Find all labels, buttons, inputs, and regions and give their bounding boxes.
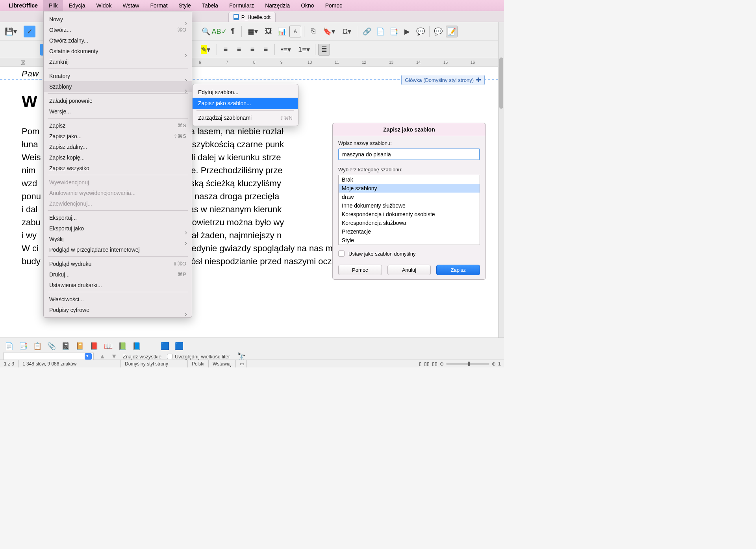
- menu-pomoc[interactable]: Pomoc: [320, 0, 348, 11]
- nav-icon-5[interactable]: 📓: [60, 340, 72, 352]
- menu-item[interactable]: Zapisz⌘S: [44, 120, 192, 131]
- category-item[interactable]: Korespondencja służbowa: [339, 219, 480, 227]
- submenu-item[interactable]: Zapisz jako szablon...: [193, 98, 298, 109]
- menu-style[interactable]: Style: [173, 0, 196, 11]
- menu-item[interactable]: Zapisz kopię...: [44, 152, 192, 163]
- number-list-button[interactable]: 1≡▾: [296, 44, 312, 56]
- category-item[interactable]: Inne dokumenty służbowe: [339, 201, 480, 210]
- view-book-icon[interactable]: ▯▯: [432, 361, 437, 367]
- nav-icon-8[interactable]: 📖: [102, 340, 114, 352]
- status-selection-mode[interactable]: ▭: [236, 360, 247, 368]
- category-item[interactable]: draw: [339, 193, 480, 201]
- menu-item[interactable]: Ostatnie dokumenty: [44, 46, 192, 56]
- menu-format[interactable]: Format: [145, 0, 173, 11]
- insert-image-button[interactable]: 🖼: [263, 26, 274, 37]
- insert-textbox-button[interactable]: A: [289, 26, 301, 37]
- menu-item[interactable]: Eksportuj jako: [44, 223, 192, 234]
- insert-comment-button[interactable]: 💬: [415, 26, 426, 37]
- nav-icon-4[interactable]: 📎: [46, 340, 57, 352]
- find-prev-icon[interactable]: ▲: [99, 353, 106, 360]
- insert-specialchar-button[interactable]: Ω▾: [339, 26, 355, 37]
- help-button[interactable]: Pomoc: [338, 265, 382, 275]
- nav-icon-color1[interactable]: 🟦: [159, 340, 171, 352]
- insert-hyperlink-button[interactable]: 🔗: [361, 26, 373, 37]
- cancel-button[interactable]: Anuluj: [387, 265, 431, 275]
- menu-item[interactable]: Zapisz zdalny...: [44, 141, 192, 152]
- view-single-icon[interactable]: ▯: [419, 361, 422, 367]
- menu-narzędzia[interactable]: Narzędzia: [259, 0, 295, 11]
- menu-item[interactable]: Wersje...: [44, 106, 192, 117]
- nav-icon-2[interactable]: 📑: [17, 340, 29, 352]
- menu-edycja[interactable]: Edycja: [63, 0, 91, 11]
- menu-item[interactable]: Drukuj...⌘P: [44, 269, 192, 280]
- menu-item[interactable]: Otwórz...⌘O: [44, 24, 192, 35]
- find-next-icon[interactable]: ▼: [111, 353, 117, 360]
- find-replace-icon[interactable]: 🔍: [200, 26, 212, 37]
- menu-item[interactable]: Podpisy cyfrowe: [44, 304, 192, 315]
- menu-okno[interactable]: Okno: [295, 0, 319, 11]
- menu-wstaw[interactable]: Wstaw: [117, 0, 145, 11]
- menu-widok[interactable]: Widok: [91, 0, 117, 11]
- vertical-scrollbar[interactable]: [498, 22, 504, 350]
- template-category-list[interactable]: BrakMoje szablonydrawInne dokumenty służ…: [338, 175, 480, 245]
- zoom-out-icon[interactable]: ⊖: [440, 361, 444, 367]
- status-style[interactable]: Domyślny styl strony: [121, 360, 188, 368]
- menu-plik[interactable]: Plik: [43, 0, 63, 11]
- menu-item[interactable]: Ustawienia drukarki...: [44, 280, 192, 290]
- menu-item[interactable]: Nowy: [44, 14, 192, 24]
- nav-icon-3[interactable]: 📋: [32, 340, 43, 352]
- status-lang[interactable]: Polski: [188, 360, 209, 368]
- set-default-checkbox[interactable]: [338, 250, 345, 257]
- align-right-button[interactable]: ≡: [246, 44, 258, 56]
- menu-item[interactable]: Eksportuj...: [44, 212, 192, 223]
- match-case-checkbox[interactable]: [167, 354, 172, 359]
- menu-item[interactable]: Zapisz jako...⇧⌘S: [44, 131, 192, 141]
- menu-item[interactable]: Wyślij: [44, 234, 192, 244]
- category-item[interactable]: Brak: [339, 175, 480, 184]
- template-name-input[interactable]: [338, 148, 480, 160]
- zoom-slider[interactable]: [446, 363, 489, 365]
- insert-table-button[interactable]: ▦▾: [245, 26, 261, 37]
- menu-item[interactable]: Załaduj ponownie: [44, 95, 192, 106]
- outline-button[interactable]: ≣: [318, 44, 330, 56]
- spellcheck-icon[interactable]: AB✓: [213, 26, 225, 37]
- save-button[interactable]: Zapisz: [436, 265, 480, 275]
- toolbar-blue-check[interactable]: ✓: [24, 26, 35, 37]
- align-center-button[interactable]: ≡: [233, 44, 245, 56]
- bullet-list-button[interactable]: •≡▾: [278, 44, 294, 56]
- category-item[interactable]: Moje szablony: [339, 184, 480, 193]
- track-changes-button[interactable]: 💬: [432, 26, 444, 37]
- header-section-tag[interactable]: Główka (Domyślny styl strony) ✚: [401, 75, 485, 85]
- category-item[interactable]: Korespondencja i dokumenty osobiste: [339, 210, 480, 219]
- view-multi-icon[interactable]: ▯▯: [424, 361, 430, 367]
- align-left-button[interactable]: ≡: [220, 44, 232, 56]
- submenu-item[interactable]: Edytuj szablon...: [193, 87, 298, 98]
- insert-field-button[interactable]: 🔖▾: [321, 26, 337, 37]
- show-changes-button[interactable]: 📝: [446, 26, 458, 37]
- nav-icon-9[interactable]: 📗: [117, 340, 128, 352]
- menu-item[interactable]: Zapisz wszystko: [44, 163, 192, 173]
- find-all-label[interactable]: Znajdź wszystkie: [123, 354, 161, 360]
- menu-item[interactable]: Właściwości...: [44, 294, 192, 304]
- document-tab[interactable]: P_Huelle.odt: [228, 12, 276, 22]
- menu-item[interactable]: Szablony: [44, 81, 192, 92]
- insert-footnote-button[interactable]: 📄: [374, 26, 386, 37]
- menu-tabela[interactable]: Tabela: [196, 0, 224, 11]
- status-insert-mode[interactable]: Wstawiaj: [209, 360, 236, 368]
- nav-icon-color2[interactable]: 🟦: [173, 340, 185, 352]
- menu-item[interactable]: Podgląd wydruku⇧⌘O: [44, 258, 192, 269]
- category-item[interactable]: Style: [339, 236, 480, 245]
- insert-pagebreak-button[interactable]: ⎘: [307, 26, 319, 37]
- category-item[interactable]: Prezentacje: [339, 227, 480, 236]
- nav-icon-1[interactable]: 📄: [3, 340, 15, 352]
- insert-bookmark-button[interactable]: 📑: [388, 26, 400, 37]
- menu-formularz[interactable]: Formularz: [224, 0, 259, 11]
- scrollbar-thumb[interactable]: [499, 57, 503, 109]
- menu-item[interactable]: Otwórz zdalny...: [44, 35, 192, 46]
- nav-icon-6[interactable]: 📔: [74, 340, 86, 352]
- highlight-color-button[interactable]: ✎▾: [197, 44, 214, 56]
- zoom-in-icon[interactable]: ⊕: [492, 361, 496, 367]
- menu-item[interactable]: Kreatory: [44, 70, 192, 81]
- save-button[interactable]: 💾▾: [2, 26, 19, 37]
- nav-icon-7[interactable]: 📕: [88, 340, 100, 352]
